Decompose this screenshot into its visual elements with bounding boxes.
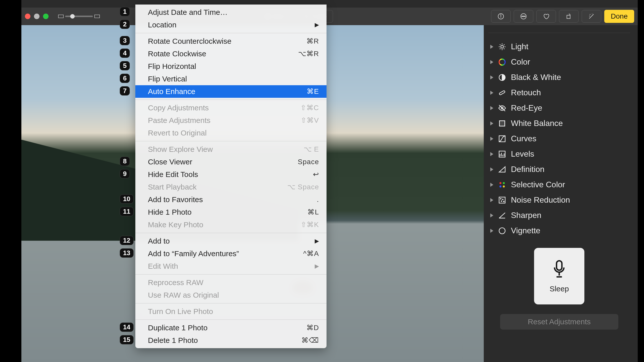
svg-point-12 bbox=[499, 59, 505, 65]
menu-item-auto-enhance[interactable]: Auto Enhance⌘E bbox=[135, 85, 327, 98]
dots-icon bbox=[498, 180, 506, 189]
menu-item-label: Close Viewer bbox=[148, 157, 298, 167]
menu-item-shortcut: ⇧⌘K bbox=[301, 219, 319, 230]
wb-icon bbox=[498, 119, 506, 128]
menu-item-label: Auto Enhance bbox=[148, 86, 307, 97]
menu-item-reprocess-raw: Reprocess RAW bbox=[135, 276, 327, 289]
menu-item-label: Duplicate 1 Photo bbox=[148, 323, 306, 333]
circle-icon bbox=[498, 227, 506, 235]
menu-item-edit-with: Edit With▶ bbox=[135, 260, 327, 273]
disclosure-triangle-icon bbox=[490, 45, 493, 49]
svg-rect-10 bbox=[567, 15, 570, 19]
menu-item-location[interactable]: Location▶ bbox=[135, 19, 327, 31]
menu-item-label: Hide 1 Photo bbox=[148, 207, 307, 217]
svg-point-21 bbox=[499, 182, 501, 184]
adjustment-definition[interactable]: Definition bbox=[488, 162, 630, 177]
menu-item-label: Turn On Live Photo bbox=[148, 306, 319, 317]
menu-item-duplicate-1-photo[interactable]: Duplicate 1 Photo⌘D bbox=[135, 322, 327, 334]
menu-item-label: Show Explore View bbox=[148, 144, 304, 155]
menu-item-paste-adjustments: Paste Adjustments⇧⌘V bbox=[135, 114, 327, 127]
menu-item-hide-edit-tools[interactable]: Hide Edit Tools↩ bbox=[135, 168, 327, 181]
disclosure-triangle-icon bbox=[490, 198, 493, 202]
traffic-lights bbox=[25, 14, 49, 19]
rotate-button[interactable] bbox=[559, 10, 579, 23]
reset-adjustments-button[interactable]: Reset Adjustments bbox=[500, 314, 618, 330]
enhance-button[interactable] bbox=[582, 10, 601, 23]
adjustment-red-eye[interactable]: Red-Eye bbox=[488, 100, 630, 116]
more-button[interactable] bbox=[514, 10, 533, 23]
menu-item-shortcut: ⌘L bbox=[307, 207, 319, 217]
adjustment-label: Light bbox=[511, 42, 528, 51]
menu-item-rotate-clockwise[interactable]: Rotate Clockwise⌥⌘R bbox=[135, 48, 327, 60]
menu-item-label: Rotate Clockwise bbox=[148, 49, 298, 59]
annotation-tag: 11 bbox=[120, 207, 134, 216]
menu-item-label: Reprocess RAW bbox=[148, 277, 319, 288]
adjustment-curves[interactable]: Curves bbox=[488, 131, 630, 146]
adjustment-label: Sharpen bbox=[511, 211, 541, 220]
adjustment-label: Color bbox=[511, 57, 530, 67]
annotation-tag: 8 bbox=[120, 157, 130, 166]
adjustment-label: Noise Reduction bbox=[511, 195, 570, 205]
favorite-button[interactable] bbox=[536, 10, 556, 23]
disclosure-triangle-icon bbox=[490, 229, 493, 233]
adjustment-label: Retouch bbox=[511, 88, 541, 97]
adjustment-black-white[interactable]: Black & White bbox=[488, 70, 630, 85]
adjustment-white-balance[interactable]: White Balance bbox=[488, 116, 630, 131]
annotation-tag: 4 bbox=[120, 49, 130, 58]
menu-item-shortcut: ⌥⌘R bbox=[298, 49, 319, 59]
svg-point-22 bbox=[503, 182, 505, 184]
adjustment-noise-reduction[interactable]: Noise Reduction bbox=[488, 192, 630, 208]
svg-point-23 bbox=[499, 185, 501, 187]
adjustment-levels[interactable]: Levels bbox=[488, 146, 630, 162]
menu-item-adjust-date-and-time[interactable]: Adjust Date and Time… bbox=[135, 6, 327, 19]
adjustment-retouch[interactable]: Retouch bbox=[488, 85, 630, 100]
svg-rect-25 bbox=[499, 197, 505, 203]
adjustment-light[interactable]: Light bbox=[488, 39, 630, 54]
menu-item-delete-1-photo[interactable]: Delete 1 Photo⌘⌫ bbox=[135, 334, 327, 347]
annotation-tag: 13 bbox=[120, 248, 134, 258]
menu-item-use-raw-as-original: Use RAW as Original bbox=[135, 289, 327, 301]
menu-item-label: Flip Horizontal bbox=[148, 61, 319, 72]
menu-item-shortcut: ⇧⌘C bbox=[300, 103, 319, 113]
menu-item-hide-1-photo[interactable]: Hide 1 Photo⌘L bbox=[135, 206, 327, 218]
disclosure-triangle-icon bbox=[490, 91, 493, 95]
menu-item-add-to-family-adventures[interactable]: Add to “Family Adventures”^⌘A bbox=[135, 247, 327, 260]
svg-rect-31 bbox=[556, 261, 562, 270]
svg-point-8 bbox=[523, 16, 524, 17]
svg-rect-14 bbox=[499, 90, 505, 95]
image-menu: Adjust Date and Time…Location▶Rotate Cou… bbox=[135, 5, 327, 348]
menu-item-add-to-favorites[interactable]: Add to Favorites. bbox=[135, 193, 327, 206]
menu-item-flip-vertical[interactable]: Flip Vertical bbox=[135, 73, 327, 85]
siri-card[interactable]: Sleep bbox=[534, 248, 584, 304]
adjustment-vignette[interactable]: Vignette bbox=[488, 223, 630, 238]
fullscreen-window-button[interactable] bbox=[43, 14, 49, 19]
zoom-slider[interactable] bbox=[58, 15, 100, 18]
adjustment-color[interactable]: Color bbox=[488, 54, 630, 70]
submenu-arrow-icon: ▶ bbox=[315, 20, 319, 30]
menu-item-shortcut: ⌘E bbox=[307, 86, 319, 97]
menu-item-flip-horizontal[interactable]: Flip Horizontal bbox=[135, 60, 327, 73]
menu-item-shortcut: ⌘D bbox=[306, 323, 319, 333]
menu-item-shortcut: ^⌘A bbox=[303, 248, 319, 259]
submenu-arrow-icon: ▶ bbox=[315, 261, 319, 272]
menu-item-close-viewer[interactable]: Close ViewerSpace bbox=[135, 156, 327, 168]
menu-item-label: Start Playback bbox=[148, 182, 287, 192]
adjustment-sharpen[interactable]: Sharpen bbox=[488, 208, 630, 223]
annotation-tag: 7 bbox=[120, 86, 130, 96]
adjustment-selective-color[interactable]: Selective Color bbox=[488, 177, 630, 192]
disclosure-triangle-icon bbox=[490, 152, 493, 156]
close-window-button[interactable] bbox=[25, 14, 30, 19]
adjustment-label: Selective Color bbox=[511, 180, 565, 189]
disclosure-triangle-icon bbox=[490, 121, 493, 125]
menu-item-rotate-counterclockwise[interactable]: Rotate Counterclockwise⌘R bbox=[135, 35, 327, 48]
info-button[interactable] bbox=[491, 10, 511, 23]
disclosure-triangle-icon bbox=[490, 167, 493, 171]
menu-item-turn-on-live-photo: Turn On Live Photo bbox=[135, 305, 327, 318]
svg-point-29 bbox=[503, 201, 504, 202]
annotation-tag: 12 bbox=[120, 236, 134, 245]
menu-item-label: Hide Edit Tools bbox=[148, 169, 313, 180]
menu-item-shortcut: ↩ bbox=[313, 169, 319, 180]
minimize-window-button[interactable] bbox=[34, 14, 39, 19]
done-button[interactable]: Done bbox=[604, 10, 634, 23]
menu-item-add-to[interactable]: Add to▶ bbox=[135, 235, 327, 247]
